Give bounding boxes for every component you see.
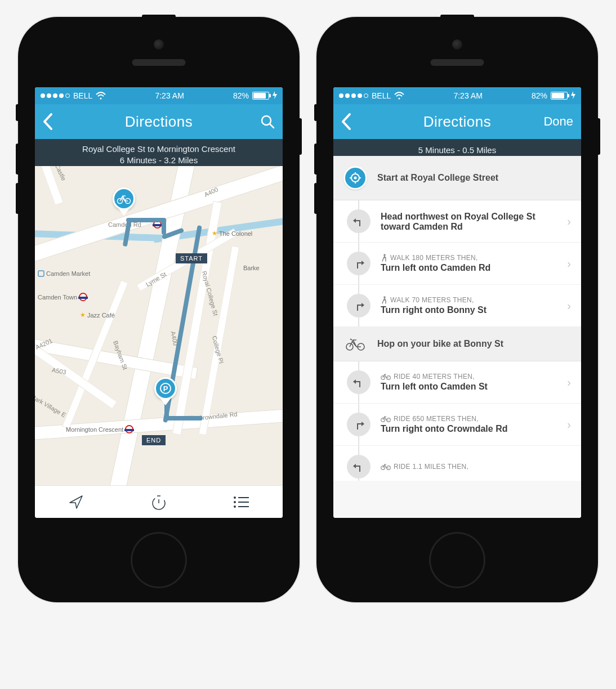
route-stats: 5 Minutes - 0.5 Miles xyxy=(418,145,496,155)
section-bike: Hop on your bike at Bonny St xyxy=(333,327,581,361)
directions-list[interactable]: Start at Royal College Street Head north… xyxy=(333,156,581,518)
svg-point-29 xyxy=(381,466,385,470)
poi-mornington: Mornington Crescent xyxy=(66,425,133,433)
step-meta: RIDE 650 METERS THEN, xyxy=(381,415,557,423)
wifi-icon xyxy=(96,92,106,100)
chevron-right-icon: › xyxy=(567,215,574,228)
chevron-right-icon: › xyxy=(567,418,574,431)
volume-up-button[interactable] xyxy=(314,144,318,175)
svg-point-27 xyxy=(381,418,385,422)
direction-step[interactable]: Head northwest on Royal College St towar… xyxy=(333,200,581,243)
section-bike-label: Hop on your bike at Bonny St xyxy=(377,339,503,349)
poi-jazz-cafe: ★Jazz Café xyxy=(80,311,115,319)
direction-step[interactable]: WALK 180 METERS THEN,Turn left onto Camd… xyxy=(333,243,581,285)
back-button[interactable] xyxy=(341,113,381,130)
svg-point-9 xyxy=(234,496,236,499)
stopwatch-icon xyxy=(150,494,167,511)
tube-icon xyxy=(79,293,87,301)
direction-step[interactable]: WALK 70 METERS THEN,Turn right onto Bonn… xyxy=(333,285,581,327)
turn-left-icon xyxy=(347,455,371,478)
charging-icon xyxy=(273,91,277,101)
signal-icon xyxy=(339,93,368,98)
chevron-right-icon: › xyxy=(567,376,574,389)
back-button[interactable] xyxy=(43,113,82,130)
carrier-label: BELL xyxy=(372,91,391,100)
front-camera xyxy=(452,39,462,50)
direction-step[interactable]: RIDE 650 METERS THEN,Turn right onto Cro… xyxy=(333,404,581,446)
step-meta: RIDE 40 METERS THEN, xyxy=(381,373,557,381)
timer-button[interactable] xyxy=(118,486,200,518)
svg-point-16 xyxy=(354,177,357,180)
route-stats: 6 Minutes - 3.2 Miles xyxy=(41,155,277,166)
section-start-label: Start at Royal College Street xyxy=(377,173,498,183)
mute-switch[interactable] xyxy=(16,104,19,121)
step-instruction: Turn left onto Camden Rd xyxy=(381,263,557,273)
search-button[interactable] xyxy=(235,114,275,129)
volume-down-button[interactable] xyxy=(314,183,318,214)
battery-icon xyxy=(252,92,269,100)
step-meta: WALK 180 METERS THEN, xyxy=(381,254,557,262)
svg-point-25 xyxy=(381,376,385,380)
road xyxy=(35,166,283,264)
start-badge: START xyxy=(176,253,207,263)
svg-point-11 xyxy=(234,501,236,503)
home-button[interactable] xyxy=(429,532,485,588)
direction-step[interactable]: RIDE 40 METERS THEN,Turn left onto Camde… xyxy=(333,361,581,404)
start-marker-icon xyxy=(343,166,367,190)
location-arrow-icon xyxy=(68,494,84,511)
road-label: Park Village E xyxy=(35,393,67,419)
section-start: Start at Royal College Street xyxy=(333,156,581,200)
signal-icon xyxy=(41,93,70,98)
clock-label: 7:23 AM xyxy=(453,91,482,100)
parking-icon: P xyxy=(154,377,177,400)
volume-up-button[interactable] xyxy=(16,144,19,175)
battery-percent: 82% xyxy=(233,91,249,100)
screen-left: BELL 7:23 AM 82% Directions xyxy=(35,87,283,518)
svg-text:P: P xyxy=(163,384,168,393)
phone-left: BELL 7:23 AM 82% Directions xyxy=(18,17,300,602)
end-pin[interactable]: P xyxy=(154,377,177,405)
volume-down-button[interactable] xyxy=(16,183,19,214)
svg-line-1 xyxy=(270,124,274,128)
power-button[interactable] xyxy=(298,118,302,155)
phone-top-nub xyxy=(142,15,176,18)
route-line xyxy=(166,416,203,420)
done-button[interactable]: Done xyxy=(534,114,573,129)
wifi-icon xyxy=(394,92,404,100)
poi-camden-town: Camden Town xyxy=(38,293,87,301)
page-title: Directions xyxy=(125,113,193,131)
status-bar: BELL 7:23 AM 82% xyxy=(333,87,581,104)
list-toggle-button[interactable] xyxy=(200,486,283,518)
end-badge: END xyxy=(142,435,166,445)
map-toolbar xyxy=(35,485,283,518)
carrier-label: BELL xyxy=(73,91,92,100)
bike-icon xyxy=(113,187,135,210)
turn-right-icon xyxy=(347,413,371,436)
mute-switch[interactable] xyxy=(314,104,318,121)
screen-right: BELL 7:23 AM 82% Directions Done 5 xyxy=(333,87,581,518)
start-pin[interactable] xyxy=(113,187,135,216)
route-line xyxy=(126,218,166,222)
nav-bar: Directions Done xyxy=(333,104,581,139)
step-instruction: Turn left onto Camden St xyxy=(381,382,557,392)
bike-icon xyxy=(343,337,367,351)
chevron-right-icon: › xyxy=(567,257,574,270)
turn-right-icon xyxy=(347,294,371,317)
step-instruction: Head northwest on Royal College St towar… xyxy=(381,212,557,232)
front-camera xyxy=(154,39,164,50)
power-button[interactable] xyxy=(597,118,600,155)
chevron-left-icon xyxy=(43,113,53,130)
status-bar: BELL 7:23 AM 82% xyxy=(35,87,283,104)
locate-button[interactable] xyxy=(35,486,118,518)
route-line xyxy=(162,218,166,235)
map-view[interactable]: Camden Rd A400 A400 Lyme St Royal Colleg… xyxy=(35,166,283,485)
step-meta: RIDE 1.1 MILES THEN, xyxy=(381,463,574,471)
chevron-left-icon xyxy=(341,113,351,130)
clock-label: 7:23 AM xyxy=(155,91,184,100)
svg-point-13 xyxy=(234,505,236,508)
turn-right-icon xyxy=(347,252,371,275)
direction-step[interactable]: RIDE 1.1 MILES THEN, xyxy=(333,446,581,481)
road-label: Castle xyxy=(54,166,68,182)
home-button[interactable] xyxy=(131,532,187,588)
poi-camden-market: Camden Market xyxy=(38,270,90,277)
